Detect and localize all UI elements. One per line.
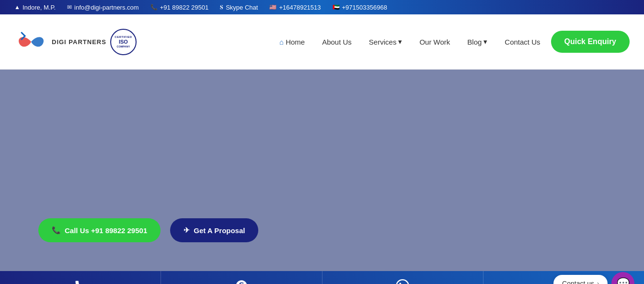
chat-bubble-icon: 💬	[617, 277, 630, 284]
phone-icon: 📞	[150, 4, 158, 11]
iso-badge: CERTIFIED ISO COMPANY	[110, 29, 137, 55]
call-button[interactable]: 📞 Call Us +91 89822 29501	[38, 218, 161, 242]
email-icon: ✉	[67, 4, 72, 11]
header: DIGI PARTNERS CERTIFIED ISO COMPANY ⌂ Ho…	[0, 14, 644, 70]
topbar-skype[interactable]: 𝐒 Skype Chat	[220, 4, 258, 11]
topbar-uae-phone[interactable]: 🇦🇪 +971503356968	[333, 4, 387, 11]
contact-arrow-icon: ›	[597, 280, 599, 284]
quick-enquiry-button[interactable]: Quick Enquiry	[551, 31, 630, 53]
logo-area: DIGI PARTNERS CERTIFIED ISO COMPANY	[14, 24, 137, 60]
bottombar-whatsapp[interactable]	[322, 271, 483, 284]
nav-services[interactable]: Services ▾	[362, 34, 409, 50]
bottombar-skype-icon	[235, 279, 248, 284]
services-chevron-icon: ▾	[398, 37, 402, 46]
topbar-us-phone[interactable]: 🇺🇸 +16478921513	[269, 4, 321, 11]
logo-text: DIGI PARTNERS	[52, 38, 106, 46]
us-flag-icon: 🇺🇸	[269, 4, 276, 11]
nav-home[interactable]: ⌂ Home	[273, 34, 311, 50]
nav-blog[interactable]: Blog ▾	[460, 34, 494, 50]
main-nav: ⌂ Home About Us Services ▾ Our Work Blog…	[273, 31, 630, 53]
logo-svg	[14, 24, 48, 60]
proposal-button[interactable]: ✈ Get A Proposal	[170, 218, 258, 242]
topbar-location: ▲ Indore, M.P.	[14, 4, 56, 11]
bottombar: Contact us › 💬	[0, 271, 644, 284]
bottombar-phone[interactable]	[0, 271, 161, 284]
nav-our-work[interactable]: Our Work	[413, 34, 457, 50]
home-icon: ⌂	[279, 38, 284, 46]
nav-about[interactable]: About Us	[315, 34, 358, 50]
send-icon: ✈	[184, 226, 190, 235]
contact-float-button[interactable]: 💬	[611, 272, 634, 284]
bottombar-skype[interactable]	[161, 271, 322, 284]
bottombar-phone-icon	[74, 279, 87, 284]
topbar-phone[interactable]: 📞 +91 89822 29501	[150, 4, 209, 11]
contact-float: Contact us › 💬	[553, 272, 634, 284]
phone-call-icon: 📞	[52, 226, 61, 235]
topbar: ▲ Indore, M.P. ✉ info@digi-partners.com …	[0, 0, 644, 14]
hero-section: 📞 Call Us +91 89822 29501 ✈ Get A Propos…	[0, 70, 644, 271]
bottombar-whatsapp-icon	[396, 279, 409, 284]
contact-float-label[interactable]: Contact us ›	[553, 275, 608, 284]
nav-contact[interactable]: Contact Us	[498, 34, 547, 50]
topbar-email[interactable]: ✉ info@digi-partners.com	[67, 4, 139, 11]
location-icon: ▲	[14, 4, 20, 11]
uae-flag-icon: 🇦🇪	[333, 4, 340, 11]
skype-icon: 𝐒	[220, 4, 223, 11]
hero-buttons: 📞 Call Us +91 89822 29501 ✈ Get A Propos…	[38, 218, 258, 242]
blog-chevron-icon: ▾	[483, 37, 487, 46]
